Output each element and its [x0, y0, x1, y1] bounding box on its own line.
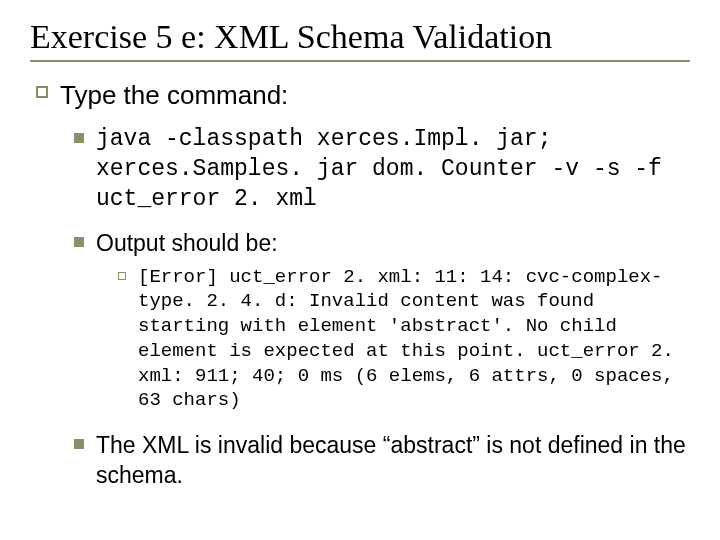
command-text: java -classpath xerces.Impl. jar; xerces… — [96, 125, 690, 215]
slide: Exercise 5 e: XML Schema Validation Type… — [0, 0, 720, 540]
level1-item: Type the command: — [36, 80, 690, 111]
level2-item-command: java -classpath xerces.Impl. jar; xerces… — [74, 125, 690, 215]
level3-item-output: [Error] uct_error 2. xml: 11: 14: cvc-co… — [118, 265, 690, 413]
square-solid-bullet-icon — [74, 237, 84, 247]
square-tiny-bullet-icon — [118, 272, 126, 280]
square-open-bullet-icon — [36, 86, 48, 98]
title-underline — [30, 60, 690, 62]
explanation-text: The XML is invalid because “abstract” is… — [96, 431, 690, 491]
level2-item-explanation: The XML is invalid because “abstract” is… — [74, 431, 690, 491]
square-solid-bullet-icon — [74, 439, 84, 449]
level2-item-output-label: Output should be: — [74, 229, 690, 259]
output-label: Output should be: — [96, 229, 278, 259]
output-text: [Error] uct_error 2. xml: 11: 14: cvc-co… — [138, 265, 690, 413]
slide-title: Exercise 5 e: XML Schema Validation — [30, 18, 690, 56]
level1-text: Type the command: — [60, 80, 288, 111]
square-solid-bullet-icon — [74, 133, 84, 143]
